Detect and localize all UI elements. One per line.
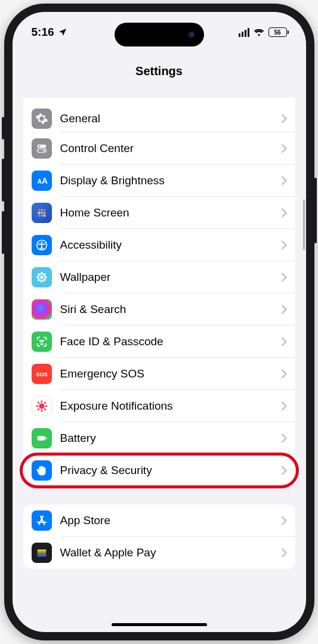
row-emergency-sos[interactable]: SOS Emergency SOS <box>23 358 295 390</box>
svg-point-38 <box>41 400 42 402</box>
row-accessibility[interactable]: Accessibility <box>23 229 295 261</box>
svg-point-20 <box>36 276 39 279</box>
row-faceid-passcode[interactable]: Face ID & Passcode <box>23 326 295 358</box>
toggles-icon <box>32 138 52 159</box>
virus-icon <box>32 396 52 416</box>
svg-rect-9 <box>38 212 40 214</box>
svg-rect-14 <box>43 215 45 217</box>
row-exposure-notifications[interactable]: Exposure Notifications <box>23 390 295 422</box>
svg-point-16 <box>41 242 42 243</box>
battery-icon: 56 <box>268 27 287 37</box>
row-label: Wallpaper <box>60 271 111 284</box>
wallet-icon <box>32 543 52 563</box>
svg-point-42 <box>37 402 39 404</box>
row-battery[interactable]: Battery <box>23 422 295 454</box>
wifi-icon <box>254 28 264 36</box>
svg-point-43 <box>44 409 46 411</box>
svg-point-26 <box>39 340 40 340</box>
chevron-right-icon <box>281 516 287 525</box>
gear-icon <box>32 109 52 129</box>
text-size-icon: AA <box>32 171 52 191</box>
faceid-icon <box>32 332 52 352</box>
svg-rect-11 <box>43 212 45 214</box>
svg-point-23 <box>43 273 46 276</box>
svg-rect-12 <box>38 215 40 217</box>
row-label: Siri & Search <box>60 303 126 316</box>
row-wallet-apple-pay[interactable]: Wallet & Apple Pay <box>23 537 295 569</box>
svg-point-19 <box>40 280 43 283</box>
svg-text:SOS: SOS <box>36 371 47 377</box>
svg-point-24 <box>38 278 41 281</box>
chevron-right-icon <box>281 548 287 558</box>
svg-rect-46 <box>37 436 45 440</box>
chevron-right-icon <box>281 114 287 123</box>
svg-point-18 <box>40 272 43 275</box>
status-time: 5:16 <box>32 26 54 39</box>
row-label: General <box>60 112 101 125</box>
row-label: Control Center <box>60 142 134 155</box>
screen: 5:16 56 Settings General <box>13 12 306 632</box>
row-control-center[interactable]: Control Center <box>23 132 295 165</box>
row-label: Emergency SOS <box>60 367 145 380</box>
flower-icon <box>32 267 52 287</box>
row-label: Exposure Notifications <box>60 400 173 413</box>
svg-point-2 <box>38 145 40 147</box>
settings-group-2: App Store Wallet & Apple Pay <box>23 504 295 569</box>
chevron-right-icon <box>281 401 287 411</box>
row-wallpaper[interactable]: Wallpaper <box>23 261 295 293</box>
chevron-right-icon <box>281 305 287 314</box>
svg-rect-7 <box>41 209 43 212</box>
scroll-indicator[interactable] <box>303 199 305 250</box>
sos-icon: SOS <box>32 364 52 384</box>
apps-grid-icon <box>32 203 52 223</box>
svg-point-40 <box>36 405 38 407</box>
svg-rect-8 <box>43 209 45 212</box>
chevron-right-icon <box>281 273 287 282</box>
row-display-brightness[interactable]: AA Display & Brightness <box>23 165 295 197</box>
battery-row-icon <box>32 428 52 448</box>
svg-point-3 <box>43 150 45 151</box>
svg-rect-13 <box>41 215 43 217</box>
location-icon <box>58 27 67 37</box>
settings-group-1: General Control Center AA D <box>23 98 295 487</box>
hand-icon <box>32 460 52 481</box>
svg-point-44 <box>37 409 39 411</box>
appstore-icon <box>32 510 52 531</box>
row-label: Privacy & Security <box>60 464 152 477</box>
svg-point-39 <box>41 410 42 412</box>
row-general[interactable]: General <box>23 98 295 132</box>
svg-rect-47 <box>45 437 47 439</box>
svg-point-21 <box>44 276 47 279</box>
row-label: App Store <box>60 514 111 527</box>
row-privacy-security[interactable]: Privacy & Security <box>23 454 295 487</box>
phone-frame: 5:16 56 Settings General <box>4 4 314 640</box>
svg-point-17 <box>40 275 44 279</box>
svg-point-45 <box>44 402 46 404</box>
row-label: Home Screen <box>60 206 129 219</box>
siri-icon <box>32 299 52 320</box>
settings-list[interactable]: General Control Center AA D <box>13 98 306 620</box>
svg-point-29 <box>39 403 44 408</box>
chevron-right-icon <box>281 240 287 250</box>
chevron-right-icon <box>281 434 287 443</box>
row-home-screen[interactable]: Home Screen <box>23 197 295 229</box>
home-indicator[interactable] <box>112 623 207 626</box>
chevron-right-icon <box>281 466 287 475</box>
cellular-icon <box>239 28 249 37</box>
svg-rect-51 <box>37 555 46 557</box>
chevron-right-icon <box>281 369 287 379</box>
chevron-right-icon <box>281 208 287 218</box>
row-label: Face ID & Passcode <box>60 335 163 348</box>
chevron-right-icon <box>281 337 287 346</box>
row-label: Display & Brightness <box>60 174 165 187</box>
page-title: Settings <box>13 64 306 78</box>
row-app-store[interactable]: App Store <box>23 504 295 537</box>
svg-point-27 <box>43 340 44 340</box>
svg-point-25 <box>43 278 46 281</box>
chevron-right-icon <box>281 144 287 153</box>
row-siri-search[interactable]: Siri & Search <box>23 293 295 326</box>
row-label: Accessibility <box>60 239 122 252</box>
svg-rect-6 <box>38 209 40 212</box>
dynamic-island <box>115 23 204 47</box>
svg-point-22 <box>38 273 41 276</box>
